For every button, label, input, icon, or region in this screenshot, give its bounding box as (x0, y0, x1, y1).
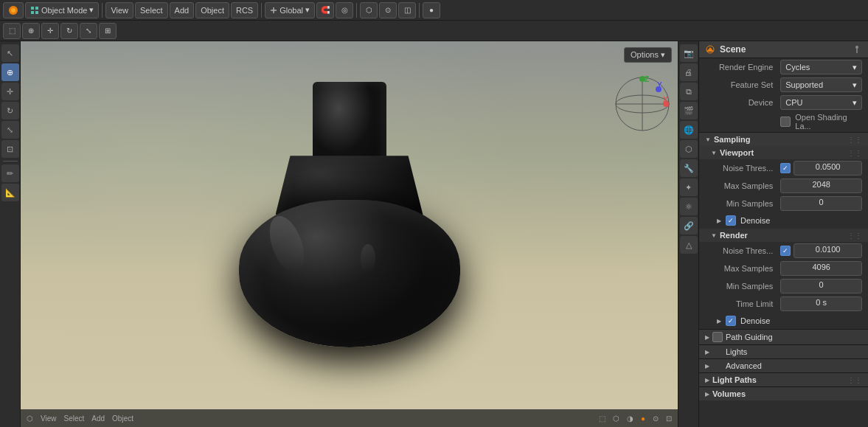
sep3 (356, 3, 357, 18)
svg-point-1 (11, 8, 15, 13)
noise-thresh-viewport-input[interactable]: 0.0500 (794, 161, 862, 176)
select-box-btn[interactable]: ⬚ (3, 23, 21, 39)
tool-cursor[interactable]: ⊕ (1, 63, 19, 81)
denoise-viewport-checkbox[interactable] (726, 215, 736, 226)
vp-shading-solid[interactable]: ⬡ (610, 413, 622, 424)
device-dropdown[interactable]: CPU ▾ (780, 95, 862, 110)
noise-thresh-viewport-checkbox[interactable] (780, 163, 791, 173)
svg-point-15 (656, 86, 662, 92)
tab-particles[interactable]: ✦ (680, 178, 698, 196)
max-samples-viewport-input[interactable]: 2048 (780, 178, 862, 193)
snap-btn[interactable]: 🧲 (316, 2, 334, 18)
tool-select[interactable]: ↖ (1, 44, 19, 62)
denoise-viewport-triangle: ▶ (717, 218, 721, 224)
time-limit-row: Time Limit 0 s (699, 295, 868, 313)
render-engine-label: Render Engine (705, 63, 777, 72)
pin-icon[interactable] (852, 44, 862, 55)
svg-rect-5 (35, 11, 38, 14)
overlay-btn[interactable]: ⊙ (379, 2, 397, 18)
volumes-section-header[interactable]: ▶ Volumes (699, 386, 868, 400)
vp-view-menu[interactable]: View (38, 413, 60, 424)
vp-shading-render[interactable]: ● (638, 413, 648, 424)
device-chevron: ▾ (853, 98, 857, 108)
vp-add-menu[interactable]: Add (88, 413, 108, 424)
vp-select-menu[interactable]: Select (61, 413, 88, 424)
transform-orientations[interactable]: Global ▾ (265, 2, 315, 18)
scene-icon (705, 44, 715, 55)
advanced-triangle: ▶ (705, 363, 709, 369)
tab-physics[interactable]: ⚛ (680, 198, 698, 215)
sep1 (102, 3, 103, 18)
vp-overlays[interactable]: ⊡ (663, 413, 675, 424)
transform-btn[interactable]: ⊞ (99, 23, 117, 39)
tool-transform[interactable]: ⊡ (1, 140, 19, 158)
noise-thresh-render-checkbox[interactable] (780, 246, 791, 256)
object-menu[interactable]: Object (195, 2, 229, 18)
vp-shading-wire[interactable]: ⬚ (596, 413, 608, 424)
tab-output[interactable]: 🖨 (680, 63, 698, 81)
tab-scene[interactable]: 🎬 (680, 102, 698, 119)
tool-measure[interactable]: 📐 (1, 184, 19, 201)
path-guiding-label: Path Guiding (726, 333, 773, 341)
min-samples-render-input[interactable]: 0 (780, 279, 862, 294)
path-guiding-checkbox[interactable] (712, 332, 723, 342)
rcs-menu[interactable]: RCS (231, 2, 258, 18)
view-menu[interactable]: View (105, 2, 133, 18)
tab-constraints[interactable]: 🔗 (680, 217, 698, 235)
min-samples-viewport-input[interactable]: 0 (780, 196, 862, 211)
vp-object-menu[interactable]: Object (109, 413, 136, 424)
render-mode-btn[interactable]: ● (423, 2, 440, 18)
move-btn[interactable]: ✛ (41, 23, 59, 39)
cursor-btn[interactable]: ⊕ (22, 23, 40, 39)
tool-rotate[interactable]: ↻ (1, 102, 19, 119)
tab-data[interactable]: △ (680, 236, 698, 254)
tool-annotate[interactable]: ✏ (1, 164, 19, 182)
noise-thresh-render-input[interactable]: 0.0100 (794, 243, 862, 258)
path-guiding-row[interactable]: ▶ Path Guiding (699, 329, 868, 344)
tool-move[interactable]: ✛ (1, 83, 19, 100)
render-engine-value: Cycles ▾ (780, 60, 862, 74)
lights-row[interactable]: ▶ Lights (699, 344, 868, 358)
tab-render[interactable]: 📷 (680, 44, 698, 62)
select-menu[interactable]: Select (135, 2, 168, 18)
render-engine-dropdown-text: Cycles (785, 63, 810, 72)
shading-btn[interactable]: ⬡ (360, 2, 378, 18)
max-samples-render-value: 4096 (780, 261, 862, 276)
editor-type-btn[interactable]: Object Mode ▾ (25, 2, 99, 18)
advanced-row[interactable]: ▶ Advanced (699, 358, 868, 372)
proportional-btn[interactable]: ◎ (336, 2, 353, 18)
right-tab-icons: 📷 🖨 ⧉ 🎬 🌐 ⬡ 🔧 ✦ ⚛ 🔗 △ (678, 41, 698, 427)
rotate-btn[interactable]: ↻ (60, 23, 78, 39)
feature-set-dropdown[interactable]: Supported ▾ (780, 77, 862, 92)
open-shading-checkbox[interactable] (780, 117, 791, 127)
vp-gizmos[interactable]: ⊙ (650, 413, 662, 424)
render-engine-dropdown[interactable]: Cycles ▾ (780, 60, 862, 74)
max-samples-render-row: Max Samples 4096 (699, 260, 868, 277)
light-paths-section-header[interactable]: ▶ Light Paths ⋮⋮ (699, 372, 868, 386)
vp-shading-material[interactable]: ◑ (624, 413, 636, 424)
add-menu[interactable]: Add (170, 2, 195, 18)
max-samples-render-input[interactable]: 4096 (780, 261, 862, 276)
time-limit-input[interactable]: 0 s (780, 296, 862, 311)
scene-header-left: Scene (705, 44, 746, 55)
tab-object[interactable]: ⬡ (680, 140, 698, 158)
options-button[interactable]: Options ▾ (624, 47, 672, 63)
viewport-subsection-header[interactable]: ▼ Viewport ⋮⋮ (699, 146, 868, 159)
tab-world[interactable]: 🌐 (680, 121, 698, 139)
highlight-1 (263, 212, 310, 277)
tool-scale[interactable]: ⤡ (1, 121, 19, 139)
nav-cube[interactable]: X Z Y (613, 74, 672, 133)
min-samples-render-label: Min Samples (705, 282, 777, 291)
device-value: CPU ▾ (780, 95, 862, 110)
viewport[interactable]: X Z Y Options ▾ ⬡ View Select Add Object… (21, 41, 678, 427)
blender-menu-btn[interactable] (3, 2, 24, 18)
render-subsection-header[interactable]: ▼ Render ⋮⋮ (699, 229, 868, 242)
scale-btn[interactable]: ⤡ (80, 23, 97, 39)
sampling-section-header[interactable]: ▼ Sampling ⋮⋮ (699, 132, 868, 146)
vp-editor-type[interactable]: ⬡ (24, 413, 36, 424)
denoise-render-checkbox[interactable] (726, 316, 736, 326)
tab-modifier[interactable]: 🔧 (680, 159, 698, 177)
xray-btn[interactable]: ◫ (398, 2, 416, 18)
tab-view-layer[interactable]: ⧉ (680, 83, 698, 100)
min-samples-viewport-label: Min Samples (705, 199, 777, 208)
